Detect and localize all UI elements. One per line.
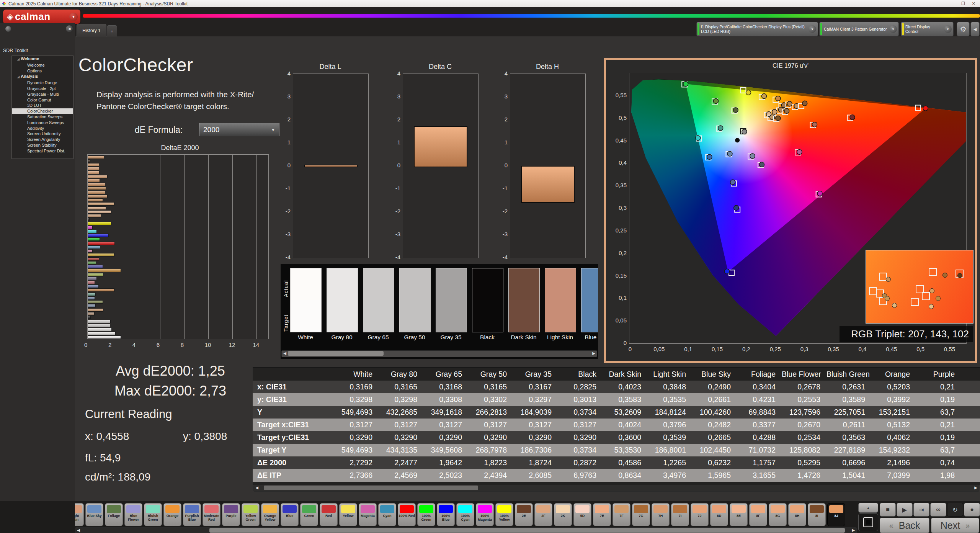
sidebar-item-color-gamut[interactable]: Color Gamut (12, 97, 73, 103)
patch-button-7h[interactable]: 7H (652, 503, 670, 526)
next-button[interactable]: Next » (931, 518, 979, 533)
patch-button-8f[interactable]: 8F (749, 503, 767, 526)
patch-button-light-skin[interactable]: Light Skin (75, 503, 84, 526)
patch-button-7f[interactable]: 7F (612, 503, 630, 526)
stop-button[interactable]: ■ (880, 503, 896, 517)
tree-expand-icon[interactable]: ◢ (17, 57, 20, 61)
swatch-dark-skin[interactable] (508, 268, 540, 332)
calman-menu-button[interactable]: ◈ calman ▼ (3, 10, 80, 24)
tab-history-1[interactable]: History 1 (77, 24, 106, 37)
sidebar-item-analysis[interactable]: ◢Analysis (12, 74, 73, 80)
patch-page-up-button[interactable]: ▲ (858, 503, 878, 513)
swatch-gray-65[interactable] (363, 268, 394, 332)
sidebar-item-saturation-sweeps[interactable]: Saturation Sweeps (12, 114, 73, 120)
patch-scrollbar-thumb[interactable] (209, 528, 845, 533)
patch-button-7e[interactable]: 7E (593, 503, 611, 526)
sidebar-item-dynamic-range[interactable]: Dynamic Range (12, 80, 73, 86)
window-titlebar[interactable]: Calman 2025 Calman Ultimate for Business… (0, 0, 980, 7)
meter-dropdown-1[interactable]: i1 Display Pro/Calibrite ColorChecker Di… (696, 22, 818, 36)
meter-dropdown-3[interactable]: Direct Display Control▼ (901, 22, 954, 36)
sidebar-item-welcome[interactable]: Welcome (12, 62, 73, 68)
patch-button-bluish-green[interactable]: Bluish Green (144, 503, 162, 526)
scroll-left-icon[interactable]: ◀ (254, 485, 260, 490)
patch-button-100-blue[interactable]: 100% Blue (437, 503, 455, 526)
swatch-gray-35[interactable] (436, 268, 467, 332)
patch-button-8g[interactable]: 8G (769, 503, 787, 526)
patch-button-100-cyan[interactable]: 100% Cyan (456, 503, 474, 526)
patch-button-red[interactable]: Red (320, 503, 338, 526)
swatch-white[interactable] (290, 268, 322, 332)
patch-button-moderate-red[interactable]: Moderate Red (203, 503, 220, 526)
patch-button-100-magenta[interactable]: 100% Magenta (476, 503, 494, 526)
sidebar-item-spectral-power-dist-[interactable]: Spectral Power Dist. (12, 148, 73, 154)
patch-button-8j[interactable]: 8J (827, 503, 845, 526)
scroll-right-icon[interactable]: ▶ (591, 351, 596, 356)
patch-button-2f[interactable]: 2F (534, 503, 552, 526)
sidebar-item-grayscale-multi[interactable]: Grayscale - Multi (12, 92, 73, 97)
swatch-gray-50[interactable] (399, 268, 431, 332)
patch-scrollbar[interactable]: ◀ ▶ (75, 527, 857, 533)
patch-button-7i[interactable]: 7I (671, 503, 689, 526)
table-scrollbar-thumb[interactable] (264, 486, 478, 490)
maximize-icon[interactable]: ❐ (961, 1, 965, 6)
meter-dropdown-2[interactable]: CalMAN Client 3 Pattern Generator▼ (819, 22, 899, 36)
patch-button-orange[interactable]: Orange (163, 503, 181, 526)
scroll-left-icon[interactable]: ◀ (282, 351, 287, 356)
sidebar-item-luminance-sweeps[interactable]: Luminance Sweeps (12, 120, 73, 126)
patch-button-5d[interactable]: 5D (573, 503, 591, 526)
scroll-right-icon[interactable]: ▶ (851, 528, 856, 533)
patch-button-cyan[interactable]: Cyan (378, 503, 396, 526)
step-button[interactable]: ⇥ (913, 503, 929, 517)
settings-button[interactable]: ⚙ (957, 22, 970, 36)
sidebar-item-screen-angularity[interactable]: Screen Angularity (12, 137, 73, 142)
de-formula-select[interactable]: 2000 ▼ (199, 123, 279, 136)
patch-button-magenta[interactable]: Magenta (359, 503, 377, 526)
patch-button-green[interactable]: Green (300, 503, 318, 526)
sidebar-item-grayscale-2pt[interactable]: Grayscale - 2pt (12, 86, 73, 92)
patch-button-100-green[interactable]: 100% Green (417, 503, 435, 526)
patch-button-8i[interactable]: 8I (808, 503, 826, 526)
patch-button-2e[interactable]: 2E (515, 503, 533, 526)
play-button[interactable]: ▶ (897, 503, 913, 517)
sidebar-item-screen-stability[interactable]: Screen Stability (12, 142, 73, 148)
sidebar-item-colorchecker[interactable]: ColorChecker (12, 108, 73, 114)
patch-button-blue-flower[interactable]: Blue Flower (124, 503, 142, 526)
sidebar-item-options[interactable]: Options (12, 68, 73, 74)
pattern-window-button[interactable] (858, 513, 878, 531)
record-button[interactable]: ● (964, 503, 980, 517)
sidebar-item-3d-lut[interactable]: 3D LUT (12, 103, 73, 108)
chevron-down-icon[interactable]: ▼ (808, 25, 816, 33)
close-icon[interactable]: ✕ (972, 1, 975, 6)
patch-button-7j[interactable]: 7J (691, 503, 709, 526)
patch-button-7g[interactable]: 7G (632, 503, 650, 526)
patch-button-purplish-blue[interactable]: Purplish Blue (183, 503, 201, 526)
patch-button-8e[interactable]: 8E (730, 503, 748, 526)
collapse-sidebar-icon[interactable]: ◀ (66, 25, 73, 32)
patch-button-yellow-green[interactable]: Yellow Green (242, 503, 260, 526)
patch-button-8h[interactable]: 8H (788, 503, 806, 526)
menu-chevron-icon[interactable]: ▼ (69, 13, 78, 21)
patch-button-8d[interactable]: 8D (710, 503, 728, 526)
continuous-button[interactable]: ∞ (930, 503, 946, 517)
sidebar-item-additivity[interactable]: Additivity (12, 126, 73, 131)
scroll-left-icon[interactable]: ◀ (76, 528, 81, 533)
patch-button-blue[interactable]: Blue (281, 503, 299, 526)
patch-button-orange-yellow[interactable]: Orange Yellow (261, 503, 279, 526)
chevron-down-icon[interactable]: ▼ (944, 25, 952, 33)
patch-button-2k[interactable]: 2K (554, 503, 572, 526)
patch-button-foliage[interactable]: Foliage (105, 503, 123, 526)
swatch-gray-80[interactable] (327, 268, 358, 332)
chevron-down-icon[interactable]: ▼ (889, 25, 897, 33)
collapse-right-panel-button[interactable]: ◀ (970, 22, 980, 36)
patch-button-yellow[interactable]: Yellow (339, 503, 357, 526)
patch-button-100-red[interactable]: 100% Red (398, 503, 416, 526)
patch-button-purple[interactable]: Purple (222, 503, 240, 526)
minimize-icon[interactable]: — (950, 1, 954, 6)
add-tab-button[interactable]: + (107, 25, 117, 37)
patch-button-100-yellow[interactable]: 100% Yellow (495, 503, 513, 526)
workflow-orb-icon[interactable] (5, 26, 11, 32)
back-button[interactable]: « Back (880, 518, 929, 533)
swatch-scrollbar[interactable]: ◀ ▶ (281, 350, 597, 357)
patch-button-blue-sky[interactable]: Blue Sky (85, 503, 103, 526)
sidebar-item-screen-uniformity[interactable]: Screen Uniformity (12, 131, 73, 137)
